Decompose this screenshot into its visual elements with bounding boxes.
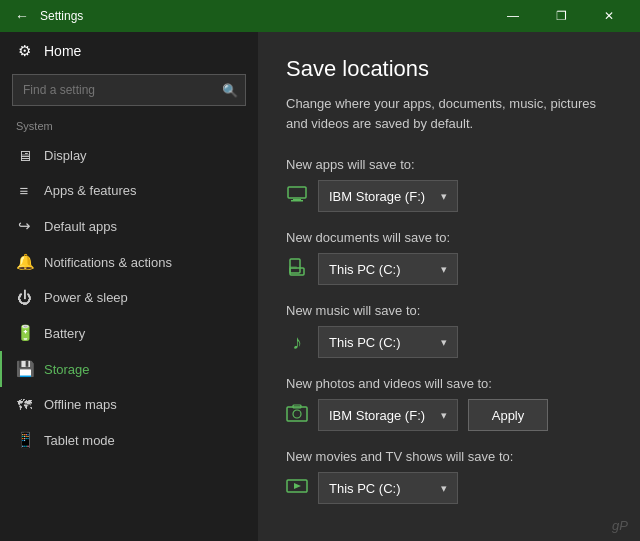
svg-rect-5 xyxy=(289,266,297,269)
default-apps-icon: ↪ xyxy=(16,217,32,235)
sidebar-item-display[interactable]: 🖥 Display xyxy=(0,138,258,173)
svg-rect-6 xyxy=(287,407,307,421)
apps-dropdown-value: IBM Storage (F:) xyxy=(329,189,425,204)
battery-icon: 🔋 xyxy=(16,324,32,342)
movies-dropdown[interactable]: This PC (C:) ▾ xyxy=(318,472,458,504)
offline-maps-icon: 🗺 xyxy=(16,396,32,413)
documents-save-row: New documents will save to: This PC (C:)… xyxy=(286,230,612,285)
movies-save-row: New movies and TV shows will save to: Th… xyxy=(286,449,612,504)
back-button[interactable]: ← xyxy=(8,2,36,30)
photos-save-label: New photos and videos will save to: xyxy=(286,376,612,391)
svg-point-7 xyxy=(293,410,301,418)
apps-dropdown-arrow: ▾ xyxy=(441,190,447,203)
page-description: Change where your apps, documents, music… xyxy=(286,94,612,133)
music-dropdown[interactable]: This PC (C:) ▾ xyxy=(318,326,458,358)
movies-save-controls: This PC (C:) ▾ xyxy=(286,472,612,504)
search-icon: 🔍 xyxy=(222,83,238,98)
sidebar-item-label: Apps & features xyxy=(44,183,137,198)
sidebar-item-label: Offline maps xyxy=(44,397,117,412)
sidebar-item-notifications[interactable]: 🔔 Notifications & actions xyxy=(0,244,258,280)
apps-save-row: New apps will save to: IBM Storage (F:) … xyxy=(286,157,612,212)
music-dropdown-value: This PC (C:) xyxy=(329,335,401,350)
tablet-mode-icon: 📱 xyxy=(16,431,32,449)
content-area: Save locations Change where your apps, d… xyxy=(258,32,640,541)
sidebar-item-tablet-mode[interactable]: 📱 Tablet mode xyxy=(0,422,258,458)
apps-save-controls: IBM Storage (F:) ▾ xyxy=(286,180,612,212)
documents-save-label: New documents will save to: xyxy=(286,230,612,245)
apps-dropdown[interactable]: IBM Storage (F:) ▾ xyxy=(318,180,458,212)
apply-button[interactable]: Apply xyxy=(468,399,548,431)
movies-dropdown-arrow: ▾ xyxy=(441,482,447,495)
photos-dropdown[interactable]: IBM Storage (F:) ▾ xyxy=(318,399,458,431)
apps-icon: ≡ xyxy=(16,182,32,199)
sidebar-item-label: Default apps xyxy=(44,219,117,234)
power-icon: ⏻ xyxy=(16,289,32,306)
photos-save-icon xyxy=(286,404,308,427)
restore-button[interactable]: ❐ xyxy=(538,0,584,32)
system-section-label: System xyxy=(0,116,258,138)
sidebar-item-label: Display xyxy=(44,148,87,163)
sidebar-item-label: Notifications & actions xyxy=(44,255,172,270)
titlebar: ← Settings — ❐ ✕ xyxy=(0,0,640,32)
notifications-icon: 🔔 xyxy=(16,253,32,271)
documents-save-controls: This PC (C:) ▾ xyxy=(286,253,612,285)
music-save-controls: ♪ This PC (C:) ▾ xyxy=(286,326,612,358)
music-save-icon: ♪ xyxy=(286,331,308,354)
music-save-label: New music will save to: xyxy=(286,303,612,318)
sidebar-item-storage[interactable]: 💾 Storage xyxy=(0,351,258,387)
watermark: gP xyxy=(612,518,628,533)
sidebar-item-apps[interactable]: ≡ Apps & features xyxy=(0,173,258,208)
sidebar-item-battery[interactable]: 🔋 Battery xyxy=(0,315,258,351)
sidebar-item-default-apps[interactable]: ↪ Default apps xyxy=(0,208,258,244)
apps-save-label: New apps will save to: xyxy=(286,157,612,172)
minimize-button[interactable]: — xyxy=(490,0,536,32)
movies-dropdown-value: This PC (C:) xyxy=(329,481,401,496)
svg-rect-0 xyxy=(288,187,306,198)
documents-dropdown-value: This PC (C:) xyxy=(329,262,401,277)
music-dropdown-arrow: ▾ xyxy=(441,336,447,349)
display-icon: 🖥 xyxy=(16,147,32,164)
close-button[interactable]: ✕ xyxy=(586,0,632,32)
home-icon: ⚙ xyxy=(16,42,32,60)
documents-dropdown[interactable]: This PC (C:) ▾ xyxy=(318,253,458,285)
documents-dropdown-arrow: ▾ xyxy=(441,263,447,276)
main-layout: ⚙ Home 🔍 System 🖥 Display ≡ Apps & featu… xyxy=(0,32,640,541)
photos-dropdown-arrow: ▾ xyxy=(441,409,447,422)
sidebar-item-label: Power & sleep xyxy=(44,290,128,305)
window-controls: — ❐ ✕ xyxy=(490,0,632,32)
movies-save-icon xyxy=(286,478,308,499)
sidebar-item-offline-maps[interactable]: 🗺 Offline maps xyxy=(0,387,258,422)
sidebar-item-label: Battery xyxy=(44,326,85,341)
page-title: Save locations xyxy=(286,56,612,82)
titlebar-title: Settings xyxy=(40,9,490,23)
svg-rect-4 xyxy=(290,268,304,275)
photos-dropdown-value: IBM Storage (F:) xyxy=(329,408,425,423)
apps-save-icon xyxy=(286,186,308,207)
storage-icon: 💾 xyxy=(16,360,32,378)
home-label: Home xyxy=(44,43,81,59)
sidebar-search-container: 🔍 xyxy=(12,74,246,106)
sidebar-item-label: Tablet mode xyxy=(44,433,115,448)
svg-rect-2 xyxy=(291,200,303,202)
sidebar-item-power[interactable]: ⏻ Power & sleep xyxy=(0,280,258,315)
sidebar-home-button[interactable]: ⚙ Home xyxy=(0,32,258,70)
music-save-row: New music will save to: ♪ This PC (C:) ▾ xyxy=(286,303,612,358)
documents-save-icon xyxy=(286,258,308,281)
photos-save-row: New photos and videos will save to: IBM … xyxy=(286,376,612,431)
search-input[interactable] xyxy=(12,74,246,106)
movies-save-label: New movies and TV shows will save to: xyxy=(286,449,612,464)
sidebar: ⚙ Home 🔍 System 🖥 Display ≡ Apps & featu… xyxy=(0,32,258,541)
photos-save-controls: IBM Storage (F:) ▾ Apply xyxy=(286,399,612,431)
sidebar-item-label: Storage xyxy=(44,362,90,377)
svg-marker-10 xyxy=(294,483,301,489)
